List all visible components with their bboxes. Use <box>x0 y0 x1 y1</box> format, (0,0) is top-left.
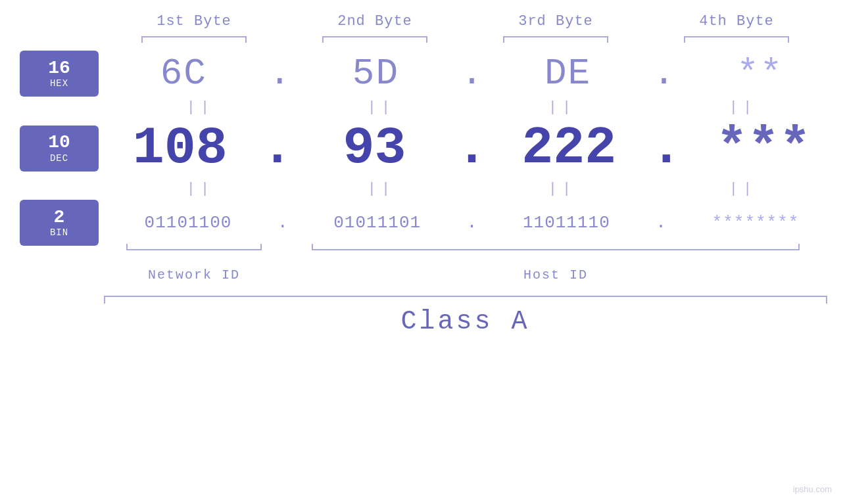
class-label: Class A <box>104 307 827 336</box>
byte-headers: 1st Byte 2nd Byte 3rd Byte 4th Byte <box>104 13 827 30</box>
bin-byte2-cell: 01011101 <box>288 213 467 233</box>
equals-1: || <box>110 99 291 116</box>
equals-row-2: || || || || <box>110 181 834 197</box>
bin-dot3: . <box>656 213 666 233</box>
dec-byte4-cell: *** <box>682 118 845 178</box>
bin-byte3-cell: 11011110 <box>477 213 656 233</box>
hex-byte4-value: ** <box>736 53 783 95</box>
hex-byte2-cell: 5D <box>291 53 461 95</box>
equals-row-1: || || || || <box>110 99 834 116</box>
network-id-label: Network ID <box>104 267 285 283</box>
byte2-header: 2nd Byte <box>285 13 466 30</box>
bin-label: 2 BIN <box>20 200 99 246</box>
hex-dot3: . <box>653 53 675 95</box>
hex-byte1-value: 6C <box>160 53 207 95</box>
bin-dot1: . <box>278 213 288 233</box>
full-bottom-bracket <box>104 296 827 297</box>
bin-number: 2 <box>54 208 65 228</box>
bracket-line-4 <box>684 36 789 37</box>
bracket-seg-4 <box>646 36 827 37</box>
network-bracket-line <box>126 249 262 250</box>
equals-7: || <box>472 181 653 197</box>
hex-byte3-value: DE <box>544 53 591 95</box>
equals-8: || <box>653 181 834 197</box>
hex-byte1-cell: 6C <box>99 53 269 95</box>
dec-byte2-cell: 93 <box>293 118 456 178</box>
byte3-header: 3rd Byte <box>466 13 646 30</box>
dec-number: 10 <box>48 133 70 153</box>
byte4-header: 4th Byte <box>646 13 827 30</box>
dec-values: 108 . 93 . 222 . *** <box>99 118 845 178</box>
dec-dot1: . <box>262 118 293 178</box>
bin-byte4-cell: ******** <box>666 213 845 233</box>
bottom-brackets <box>104 249 827 262</box>
host-id-label: Host ID <box>285 267 827 283</box>
hex-byte2-value: 5D <box>352 53 399 95</box>
bracket-seg-1 <box>104 36 285 37</box>
top-brackets <box>104 36 827 37</box>
bracket-line-1 <box>141 36 247 37</box>
hex-byte3-cell: DE <box>483 53 653 95</box>
hex-text: HEX <box>50 78 68 89</box>
main-container: 1st Byte 2nd Byte 3rd Byte 4th Byte 16 H… <box>0 0 845 504</box>
bin-dot2: . <box>467 213 477 233</box>
equals-3: || <box>472 99 653 116</box>
equals-5: || <box>110 181 291 197</box>
bin-byte1-cell: 01101100 <box>99 213 278 233</box>
bracket-seg-3 <box>466 36 646 37</box>
bottom-section: Network ID Host ID Class A <box>104 249 827 336</box>
dec-byte2-value: 93 <box>343 118 406 178</box>
bin-row: 2 BIN 01101100 . 01011101 . 11011110 . *… <box>0 200 845 246</box>
equals-6: || <box>291 181 472 197</box>
dec-byte1-cell: 108 <box>99 118 262 178</box>
watermark: ipshu.com <box>793 484 832 494</box>
bin-byte4-value: ******** <box>712 213 800 233</box>
host-bracket-line <box>312 249 800 250</box>
bracket-line-2 <box>322 36 427 37</box>
dec-dot3: . <box>650 118 682 178</box>
dec-byte3-value: 222 <box>521 118 616 178</box>
dec-byte4-value: *** <box>716 118 811 178</box>
network-bracket <box>104 249 285 262</box>
dec-byte3-cell: 222 <box>488 118 651 178</box>
hex-values: 6C . 5D . DE . ** <box>99 53 845 95</box>
bin-byte1-value: 01101100 <box>145 213 232 233</box>
hex-row: 16 HEX 6C . 5D . DE . ** <box>0 51 845 97</box>
bin-byte3-value: 11011110 <box>523 213 610 233</box>
hex-dot2: . <box>461 53 483 95</box>
byte1-header: 1st Byte <box>104 13 285 30</box>
host-bracket <box>285 249 827 262</box>
bin-byte2-value: 01011101 <box>333 213 421 233</box>
equals-4: || <box>653 99 834 116</box>
dec-row: 10 DEC 108 . 93 . 222 . *** <box>0 118 845 178</box>
hex-byte4-cell: ** <box>675 53 845 95</box>
hex-label: 16 HEX <box>20 51 99 97</box>
hex-dot1: . <box>269 53 291 95</box>
bracket-line-3 <box>503 36 608 37</box>
equals-2: || <box>291 99 472 116</box>
dec-label: 10 DEC <box>20 126 99 172</box>
dec-text: DEC <box>50 153 68 164</box>
hex-number: 16 <box>48 58 70 79</box>
bin-values: 01101100 . 01011101 . 11011110 . *******… <box>99 213 845 233</box>
labels-row: Network ID Host ID <box>104 267 827 283</box>
bin-text: BIN <box>50 227 68 238</box>
bracket-seg-2 <box>285 36 466 37</box>
dec-byte1-value: 108 <box>133 118 228 178</box>
dec-dot2: . <box>456 118 487 178</box>
